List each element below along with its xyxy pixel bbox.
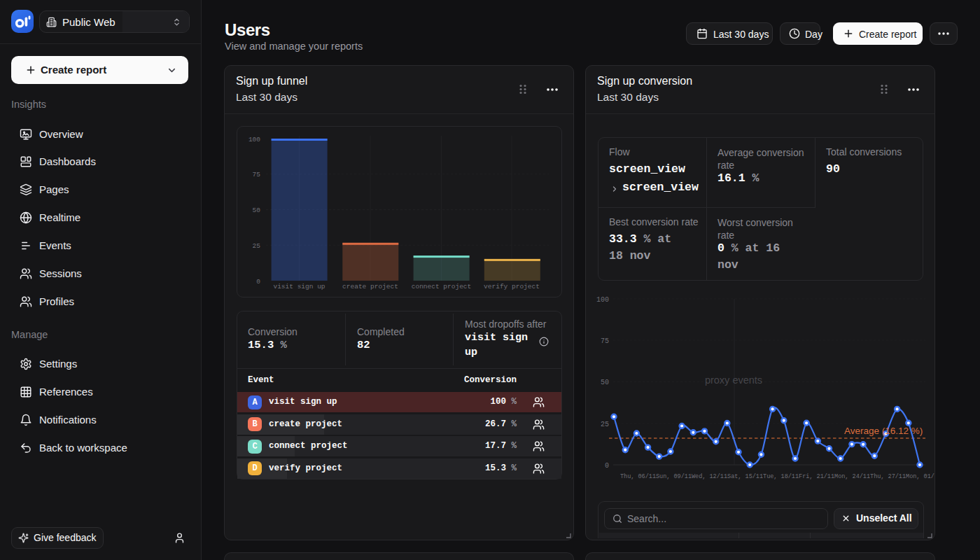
svg-text:25: 25 <box>253 242 261 250</box>
svg-text:0: 0 <box>256 278 260 286</box>
svg-text:75: 75 <box>601 337 609 345</box>
svg-text:50: 50 <box>601 379 609 386</box>
svg-text:proxy events: proxy events <box>705 374 762 386</box>
svg-text:visit sign up: visit sign up <box>273 283 325 290</box>
svg-text:Thu, 06/11Sun, 09/11Wed, 12/11: Thu, 06/11Sun, 09/11Wed, 12/11Sat, 15/11… <box>620 473 934 480</box>
svg-text:50: 50 <box>253 206 261 214</box>
svg-text:0: 0 <box>605 462 609 470</box>
svg-text:Average (16.12 %): Average (16.12 %) <box>844 426 923 436</box>
svg-text:25: 25 <box>601 421 609 428</box>
svg-text:create project: create project <box>342 283 398 290</box>
svg-text:100: 100 <box>248 136 260 144</box>
svg-text:connect project: connect project <box>412 283 472 290</box>
svg-text:75: 75 <box>253 171 261 178</box>
svg-text:verify project: verify project <box>484 283 540 290</box>
svg-text:100: 100 <box>596 296 609 304</box>
